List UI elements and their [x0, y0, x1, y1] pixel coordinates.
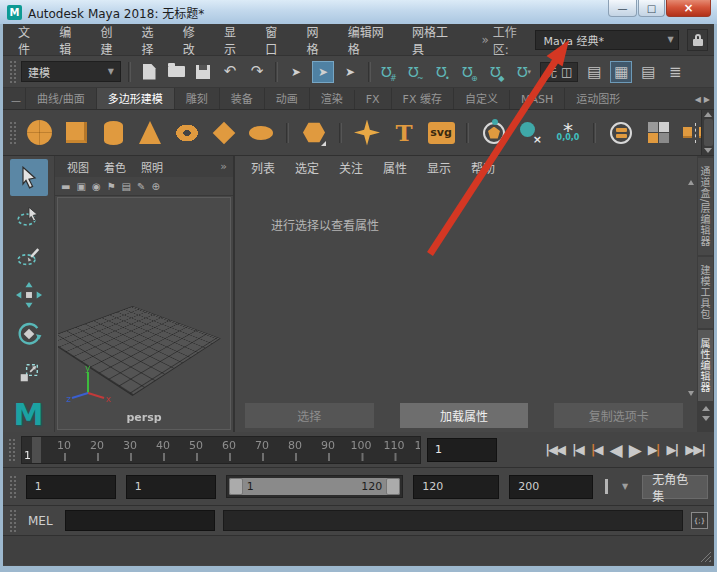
viewport-menu-lighting[interactable]: 照明: [135, 159, 169, 175]
scroll-up-icon[interactable]: [688, 180, 694, 185]
close-button[interactable]: ×: [666, 0, 711, 17]
drag-handle[interactable]: [9, 509, 16, 533]
menu-set-dropdown[interactable]: 建模 ▼: [21, 61, 121, 82]
play-backwards-button[interactable]: ◀: [607, 438, 624, 462]
scroll-thumb[interactable]: [704, 119, 713, 146]
time-slider[interactable]: 1 10 20 30 40 50 60 70 80 90 100 110 120: [21, 436, 421, 464]
move-tool-button[interactable]: [10, 276, 48, 313]
bookmark-icon[interactable]: ⚑: [107, 181, 116, 192]
shelf-tab-fx[interactable]: FX: [354, 90, 391, 109]
workspace-dropdown[interactable]: Maya 经典* ▼: [535, 30, 678, 50]
shelf-tab-rendering[interactable]: 渲染: [309, 88, 354, 109]
shelf-scroll-left-icon[interactable]: ◀: [695, 95, 701, 104]
redo-button[interactable]: ↷: [246, 61, 268, 83]
shelf-tab-mash[interactable]: MASH: [509, 90, 564, 109]
menu-windows[interactable]: 窗口: [256, 24, 297, 57]
select-hierarchy-button[interactable]: ➤: [285, 61, 307, 83]
sweep-mesh-button[interactable]: [480, 118, 508, 148]
tabs-scroll-down-icon[interactable]: [702, 416, 710, 421]
new-scene-button[interactable]: [138, 61, 160, 83]
drag-handle[interactable]: [9, 475, 16, 499]
sidebar-attribute-editor-toggle[interactable]: ▦: [610, 61, 632, 83]
ae-menu-list[interactable]: 列表: [243, 159, 283, 176]
image-plane-icon[interactable]: ▤: [122, 181, 131, 192]
tab-channel-box[interactable]: 通道盒/层编辑器: [698, 158, 713, 255]
tab-attribute-editor[interactable]: 属性编辑器: [698, 330, 713, 401]
menu-display[interactable]: 显示: [215, 24, 256, 57]
maximize-button[interactable]: □: [638, 0, 665, 17]
snap-options-button[interactable]: Ω▾: [513, 61, 535, 83]
ae-menu-attributes[interactable]: 属性: [375, 159, 415, 176]
snap-to-curve-button[interactable]: Ω~: [405, 61, 427, 83]
playback-range-slider[interactable]: 1 120: [226, 475, 404, 498]
snap-to-center-button[interactable]: Ω⊕: [459, 61, 481, 83]
poly-plane-button[interactable]: [210, 118, 238, 148]
viewport-menu-shading[interactable]: 着色: [98, 159, 132, 175]
poly-cone-button[interactable]: [136, 118, 164, 148]
menu-file[interactable]: 文件: [9, 24, 50, 57]
minimize-button[interactable]: —: [608, 0, 637, 17]
undo-button[interactable]: ↶: [219, 61, 241, 83]
shelf-scroll-right-icon[interactable]: ▶: [704, 95, 710, 104]
lock-camera-icon[interactable]: ▣: [76, 181, 85, 192]
grease-pencil-icon[interactable]: ✎: [137, 181, 145, 192]
scroll-up-icon[interactable]: [704, 112, 712, 117]
camera-attributes-icon[interactable]: ◉: [92, 181, 101, 192]
ae-menu-show[interactable]: 显示: [419, 159, 459, 176]
step-back-key-button[interactable]: |◀: [588, 440, 605, 459]
platonic-solid-button[interactable]: [300, 118, 328, 148]
playback-end-field[interactable]: [413, 475, 499, 499]
select-tool-button[interactable]: [10, 159, 48, 196]
current-frame-marker[interactable]: [32, 437, 41, 463]
workspace-lock-button[interactable]: [687, 29, 708, 51]
shelf-tab-motion-graphics[interactable]: 运动图形: [564, 88, 631, 109]
snap-to-point-button[interactable]: Ω•: [432, 61, 454, 83]
copy-tab-button[interactable]: 复制选项卡: [554, 403, 683, 428]
shelf-tab-rigging[interactable]: 装备: [219, 88, 264, 109]
poly-cube-button[interactable]: [62, 118, 90, 148]
tab-modeling-toolkit[interactable]: 建模工具包: [698, 257, 713, 328]
2d-pan-zoom-icon[interactable]: ⊕: [151, 181, 159, 192]
attribute-editor-scrollbar[interactable]: [686, 180, 695, 396]
select-object-button[interactable]: ➤: [312, 61, 334, 83]
sidebar-tool-settings-toggle[interactable]: ▤: [637, 61, 659, 83]
go-to-start-button[interactable]: |◀◀: [542, 440, 567, 459]
shelf-collapse-icon[interactable]: —: [7, 95, 25, 106]
sidebar-channel-box-toggle[interactable]: ≣: [664, 61, 686, 83]
poly-disc-button[interactable]: [247, 118, 275, 148]
select-component-button[interactable]: ➤: [339, 61, 361, 83]
scale-tool-button[interactable]: [10, 354, 48, 391]
viewport-canvas[interactable]: y x z persp: [57, 197, 231, 430]
go-to-end-button[interactable]: ▶▶|: [682, 440, 707, 459]
scroll-down-icon[interactable]: [704, 148, 712, 153]
drag-handle[interactable]: [8, 438, 15, 462]
step-back-frame-button[interactable]: |◀: [569, 440, 586, 459]
current-frame-field[interactable]: [427, 438, 497, 462]
quad-draw-button[interactable]: [644, 118, 672, 148]
load-attributes-button[interactable]: 加载属性: [400, 403, 529, 428]
drag-handle[interactable]: [9, 121, 16, 145]
menu-select[interactable]: 选择: [133, 24, 174, 57]
menu-edit-mesh[interactable]: 编辑网格: [339, 24, 403, 57]
playback-start-field[interactable]: [126, 475, 216, 499]
viewport-menu-view[interactable]: 视图: [61, 159, 95, 175]
ae-menu-help[interactable]: 帮助: [463, 159, 503, 176]
animation-start-field[interactable]: [26, 475, 116, 499]
play-forward-button[interactable]: ▶: [626, 438, 643, 462]
step-forward-frame-button[interactable]: ▶|: [664, 440, 681, 459]
save-scene-button[interactable]: [192, 61, 214, 83]
boolean-button[interactable]: [607, 118, 635, 148]
shelf-tab-poly-modeling[interactable]: 多边形建模: [96, 88, 174, 109]
mel-toggle[interactable]: MEL: [24, 514, 57, 528]
camera-icon[interactable]: ▬: [61, 181, 70, 192]
scroll-down-icon[interactable]: [688, 391, 694, 396]
poly-cylinder-button[interactable]: [99, 118, 127, 148]
shelf-tab-sculpting[interactable]: 雕刻: [174, 88, 219, 109]
ae-menu-selected[interactable]: 选定: [287, 159, 327, 176]
range-start-handle[interactable]: [229, 478, 243, 495]
chevron-down-icon[interactable]: ▼: [618, 482, 632, 491]
rotate-tool-button[interactable]: [10, 315, 48, 352]
lasso-tool-button[interactable]: [10, 198, 48, 235]
delete-history-button[interactable]: ×: [517, 118, 545, 148]
animation-end-field[interactable]: [509, 475, 593, 499]
